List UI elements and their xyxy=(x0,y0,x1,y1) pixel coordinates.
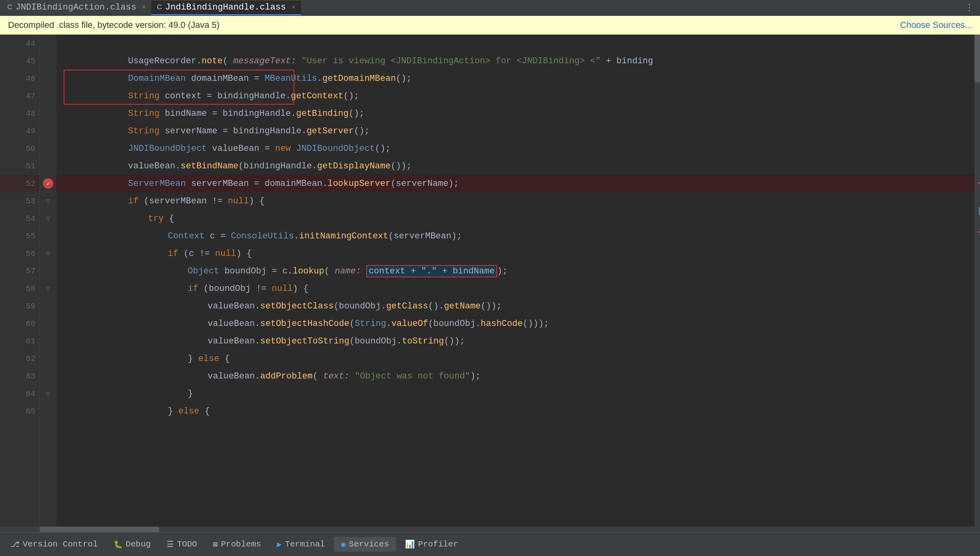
line-60: 60 xyxy=(0,315,39,332)
code-line-63: valueBean.addProblem( text: "Object was … xyxy=(56,367,974,385)
code-line-54: try { xyxy=(56,210,974,227)
ann-55 xyxy=(40,227,56,245)
code-line-46: DomainMBean domainMBean = MBeanUtils.get… xyxy=(56,70,974,87)
breakpoint-icon-52[interactable]: ✓ xyxy=(43,178,53,189)
ann-50 xyxy=(40,140,56,157)
toolbar-debug[interactable]: 🐛 Debug xyxy=(107,537,158,551)
code-line-50: JNDIBoundObject valueBean = new JNDIBoun… xyxy=(56,140,974,157)
fold-arrow-64[interactable]: ▽ xyxy=(46,389,51,398)
tab-close-2[interactable]: × xyxy=(292,4,296,11)
scrollbar-track[interactable] xyxy=(974,35,980,527)
toolbar-profiler-label: Profiler xyxy=(418,540,458,549)
code-line-47: String context = bindingHandle.getContex… xyxy=(56,87,974,105)
services-icon: ◉ xyxy=(341,539,346,549)
version-control-icon: ⎇ xyxy=(10,539,19,549)
error-marker-1 xyxy=(978,182,980,184)
line-63: 63 xyxy=(0,367,39,385)
info-bar-message: Decompiled .class file, bytecode version… xyxy=(8,20,220,30)
horizontal-scrollbar[interactable] xyxy=(0,527,980,532)
toolbar-services-label: Services xyxy=(349,540,389,549)
toolbar-services[interactable]: ◉ Services xyxy=(334,537,396,552)
ann-61 xyxy=(40,332,56,350)
toolbar-problems[interactable]: ⊠ Problems xyxy=(206,537,268,552)
toolbar-debug-label: Debug xyxy=(126,540,151,549)
choose-sources-link[interactable]: Choose Sources... xyxy=(900,20,972,30)
toolbar-version-control[interactable]: ⎇ Version Control xyxy=(3,537,105,552)
line-57: 57 xyxy=(0,262,39,280)
error-markers xyxy=(978,35,980,527)
line-59: 59 xyxy=(0,297,39,315)
tab-label-2: JndiBindingHandle.class xyxy=(165,2,286,12)
code-line-56: if (c != null) { xyxy=(56,245,974,262)
line-47: 47 xyxy=(0,87,39,105)
ann-44 xyxy=(40,35,56,52)
toolbar-todo[interactable]: ☰ TODO xyxy=(159,537,204,552)
code-area[interactable]: UsageRecorder.note( messageText: "User i… xyxy=(56,35,974,527)
horizontal-scrollbar-thumb[interactable] xyxy=(40,527,159,532)
tab-jndi-binding-action[interactable]: C JNDIBindingAction.class × xyxy=(2,1,151,15)
ann-62 xyxy=(40,350,56,367)
tab-bar-menu-icon[interactable]: ⋮ xyxy=(960,2,978,13)
line-53: 53 xyxy=(0,192,39,210)
ann-56: ▽ xyxy=(40,245,56,262)
code-line-57: Object boundObj = c.lookup( name: contex… xyxy=(56,262,974,280)
line-numbers-gutter: 44 45 46 47 48 49 50 51 52 53 54 55 56 5… xyxy=(0,35,40,527)
ann-53: ▽ xyxy=(40,192,56,210)
code-line-59: valueBean.setObjectClass(boundObj.getCla… xyxy=(56,297,974,315)
fold-arrow-53[interactable]: ▽ xyxy=(46,197,51,205)
line-52: 52 xyxy=(0,175,39,192)
bottom-toolbar: ⎇ Version Control 🐛 Debug ☰ TODO ⊠ Probl… xyxy=(0,532,980,556)
ann-46 xyxy=(40,70,56,87)
ann-52: ✓ xyxy=(40,175,56,192)
line-45: 45 xyxy=(0,52,39,70)
toolbar-profiler[interactable]: 📊 Profiler xyxy=(398,537,465,552)
code-line-49: String serverName = bindingHandle.getSer… xyxy=(56,122,974,140)
line-61: 61 xyxy=(0,332,39,350)
toolbar-version-control-label: Version Control xyxy=(23,540,98,549)
ann-60 xyxy=(40,315,56,332)
line-56: 56 xyxy=(0,245,39,262)
tab-jndi-binding-handle[interactable]: C JndiBindingHandle.class × xyxy=(151,1,301,15)
debug-icon: 🐛 xyxy=(114,540,122,549)
annotations-gutter: ✓ ▽ ▽ ▽ ▽ ▽ xyxy=(40,35,56,527)
toolbar-terminal-label: Terminal xyxy=(285,540,325,549)
code-line-60: valueBean.setObjectHashCode(String.value… xyxy=(56,315,974,332)
line-46: 46 xyxy=(0,70,39,87)
code-line-62: } else { xyxy=(56,350,974,367)
ann-54: ▽ xyxy=(40,210,56,227)
problems-icon: ⊠ xyxy=(213,539,218,549)
error-marker-2 xyxy=(978,231,980,233)
tab-close-1[interactable]: × xyxy=(142,4,146,11)
code-line-48: String bindName = bindingHandle.getBindi… xyxy=(56,105,974,122)
fold-arrow-58[interactable]: ▽ xyxy=(46,284,51,293)
tab-icon-1: C xyxy=(7,3,12,12)
code-line-64: } xyxy=(56,385,974,402)
code-line-55: Context c = ConsoleUtils.initNamingConte… xyxy=(56,227,974,245)
ann-51 xyxy=(40,157,56,175)
toolbar-terminal[interactable]: ▶ Terminal xyxy=(270,537,332,552)
fold-arrow-54[interactable]: ▽ xyxy=(46,214,51,223)
line-50: 50 xyxy=(0,140,39,157)
tab-bar: C JNDIBindingAction.class × C JndiBindin… xyxy=(0,0,980,16)
line-55: 55 xyxy=(0,227,39,245)
code-line-65: } else { xyxy=(56,402,974,420)
ann-48 xyxy=(40,105,56,122)
code-line-53: if (serverMBean != null) { xyxy=(56,192,974,210)
ann-63 xyxy=(40,367,56,385)
line-65: 65 xyxy=(0,402,39,420)
toolbar-todo-label: TODO xyxy=(177,540,197,549)
code-line-51: valueBean.setBindName(bindingHandle.getD… xyxy=(56,157,974,175)
todo-icon: ☰ xyxy=(167,539,174,549)
editor-content: 44 45 46 47 48 49 50 51 52 53 54 55 56 5… xyxy=(0,35,980,527)
ann-45 xyxy=(40,52,56,70)
line-54: 54 xyxy=(0,210,39,227)
code-line-58: if (boundObj != null) { xyxy=(56,280,974,297)
toolbar-problems-label: Problems xyxy=(221,540,261,549)
ann-57 xyxy=(40,262,56,280)
line-49: 49 xyxy=(0,122,39,140)
line-62: 62 xyxy=(0,350,39,367)
tab-label-1: JNDIBindingAction.class xyxy=(16,2,136,12)
fold-arrow-56[interactable]: ▽ xyxy=(46,249,51,258)
info-bar: Decompiled .class file, bytecode version… xyxy=(0,16,980,35)
line-51: 51 xyxy=(0,157,39,175)
